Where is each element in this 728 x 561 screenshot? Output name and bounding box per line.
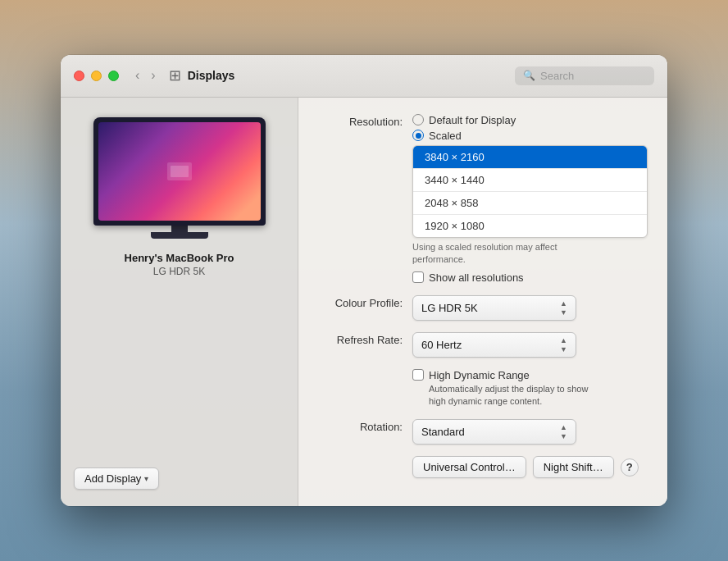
monitor-neck [171, 226, 188, 232]
add-display-button[interactable]: Add Display ▾ [74, 468, 159, 490]
resolution-default-label: Default for Display [429, 114, 516, 126]
resolution-row: Resolution: Default for Display Scaled [318, 114, 648, 284]
rotation-row: Rotation: Standard ▲▼ [318, 419, 648, 445]
resolution-scaled-option[interactable]: Scaled [412, 130, 648, 142]
window-title: Displays [188, 69, 515, 82]
grid-icon[interactable]: ⊞ [169, 66, 181, 84]
bottom-row: Universal Control… Night Shift… ? [412, 456, 648, 478]
monitor-stand [93, 226, 266, 239]
search-input[interactable] [540, 70, 639, 82]
colour-profile-dropdown[interactable]: LG HDR 5K ▲▼ [412, 295, 576, 321]
refresh-dropdown-arrows-icon: ▲▼ [560, 336, 567, 353]
rotation-dropdown-arrows-icon: ▲▼ [560, 423, 567, 440]
minimize-button[interactable] [91, 71, 102, 81]
night-shift-button[interactable]: Night Shift… [533, 456, 614, 478]
resolution-item-0[interactable]: 3840 × 2160 [413, 146, 647, 169]
show-all-label: Show all resolutions [429, 271, 524, 284]
resolution-item-3[interactable]: 1920 × 1080 [413, 215, 647, 237]
search-icon: 🔍 [523, 70, 535, 81]
maximize-button[interactable] [108, 71, 119, 81]
back-arrow-icon[interactable]: ‹ [132, 66, 143, 84]
bottom-buttons-spacer [318, 456, 412, 458]
colour-profile-row: Colour Profile: LG HDR 5K ▲▼ [318, 295, 648, 321]
refresh-rate-value: 60 Hertz [421, 339, 462, 351]
hdr-checkbox-label: High Dynamic Range [429, 369, 530, 381]
resolution-scaled-radio[interactable] [412, 130, 424, 141]
display-name: Henry's MacBook Pro [125, 252, 234, 264]
sidebar-footer: Add Display ▾ [74, 468, 284, 490]
refresh-rate-dropdown[interactable]: 60 Hertz ▲▼ [412, 332, 576, 358]
display-preview [93, 117, 266, 239]
rotation-control: Standard ▲▼ [412, 419, 648, 445]
resolution-control: Default for Display Scaled 3840 × 2160 3… [412, 114, 648, 284]
hdr-label [318, 369, 412, 371]
colour-profile-label: Colour Profile: [318, 295, 412, 309]
resolution-scaled-label: Scaled [429, 130, 462, 142]
nav-arrows: ‹ › [132, 66, 159, 84]
monitor-screen [98, 122, 261, 221]
refresh-rate-row: Refresh Rate: 60 Hertz ▲▼ [318, 332, 648, 358]
titlebar: ‹ › ⊞ Displays 🔍 [61, 55, 667, 98]
forward-arrow-icon[interactable]: › [148, 66, 158, 84]
universal-control-button[interactable]: Universal Control… [412, 456, 526, 478]
traffic-lights [74, 71, 119, 81]
window: ‹ › ⊞ Displays 🔍 He [61, 55, 667, 507]
display-model: LG HDR 5K [153, 266, 205, 277]
resolution-options: Default for Display Scaled [412, 114, 648, 142]
hdr-row: High Dynamic Range Automatically adjust … [318, 369, 648, 408]
colour-profile-control: LG HDR 5K ▲▼ [412, 295, 648, 321]
sidebar: Henry's MacBook Pro LG HDR 5K Add Displa… [61, 98, 298, 507]
refresh-rate-control: 60 Hertz ▲▼ [412, 332, 648, 358]
rotation-dropdown[interactable]: Standard ▲▼ [412, 419, 576, 445]
dropdown-arrows-icon: ▲▼ [560, 299, 567, 317]
resolution-default-option[interactable]: Default for Display [412, 114, 648, 126]
bottom-buttons-control: Universal Control… Night Shift… ? [412, 456, 648, 478]
resolution-default-radio[interactable] [412, 114, 424, 125]
hdr-title-row: High Dynamic Range [412, 369, 648, 381]
monitor-base [151, 232, 208, 239]
help-button[interactable]: ? [621, 458, 639, 477]
hdr-section: High Dynamic Range Automatically adjust … [412, 369, 648, 408]
hdr-description: Automatically adjust the display to show… [429, 383, 648, 408]
chevron-down-icon: ▾ [144, 474, 148, 483]
resolution-item-1[interactable]: 3440 × 1440 [413, 169, 647, 192]
main-content: Henry's MacBook Pro LG HDR 5K Add Displa… [61, 98, 667, 507]
resolution-hint: Using a scaled resolution may affectperf… [412, 241, 648, 267]
colour-profile-value: LG HDR 5K [421, 302, 478, 314]
show-all-row: Show all resolutions [412, 271, 648, 284]
close-button[interactable] [74, 71, 84, 81]
resolution-item-2[interactable]: 2048 × 858 [413, 192, 647, 215]
settings-panel: Resolution: Default for Display Scaled [298, 98, 667, 507]
resolution-label: Resolution: [318, 114, 412, 128]
bottom-buttons-row: Universal Control… Night Shift… ? [318, 456, 648, 478]
resolution-list: 3840 × 2160 3440 × 1440 2048 × 858 1920 … [412, 145, 648, 238]
hdr-checkbox[interactable] [412, 369, 424, 381]
monitor-frame [93, 117, 266, 226]
add-display-label: Add Display [84, 472, 141, 485]
search-box[interactable]: 🔍 [515, 66, 654, 85]
rotation-value: Standard [421, 426, 465, 438]
hdr-control: High Dynamic Range Automatically adjust … [412, 369, 648, 408]
refresh-rate-label: Refresh Rate: [318, 332, 412, 346]
show-all-checkbox[interactable] [412, 271, 424, 283]
rotation-label: Rotation: [318, 419, 412, 433]
screen-content-icon [167, 162, 192, 180]
